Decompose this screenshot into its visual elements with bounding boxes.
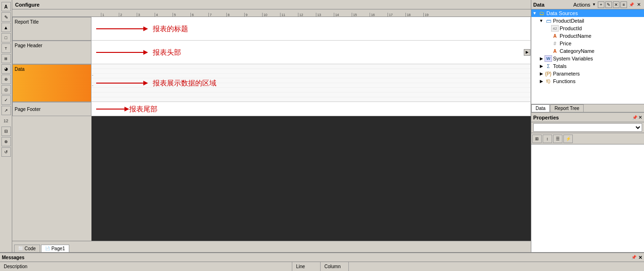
left-toolbar-btn-triangle[interactable]: ▲ [1,23,11,32]
actions-label: Actions [573,2,590,8]
tree-item-categoryname[interactable]: A CategoryName [531,47,644,55]
report-canvas: 报表的标题 报表头部 ▶ [91,17,531,241]
status-description: Description [0,262,292,271]
data-annotation [96,81,148,85]
code-tab-icon: ⬜ [18,246,23,251]
prop-btn-list[interactable]: ☰ [553,135,562,143]
code-tab-label: Code [25,246,36,251]
tab-code[interactable]: ⬜ Code [14,245,40,252]
totals-icon: Σ [545,63,552,69]
prop-btn-grid[interactable]: ⊞ [532,135,542,143]
properties-pin-icon[interactable]: 📌 [632,115,637,120]
pin-icon[interactable]: 📌 [628,1,635,8]
messages-close-btn[interactable]: ✕ [638,255,642,260]
left-toolbar-btn-A[interactable]: A [1,2,11,11]
section-label-footer[interactable]: Page Footer [12,102,91,116]
categoryname-icon: A [551,48,559,54]
horizontal-ruler: 1 2 3 4 5 6 7 8 9 10 11 12 13 [12,9,531,17]
panel-tabs: Data Report Tree [531,104,644,112]
column-label: Column [324,264,340,269]
actions-edit-btn[interactable]: ✎ [605,1,612,8]
properties-close-btn[interactable]: ✕ [638,115,642,120]
header-section: 报表头部 ▶ [91,41,530,64]
section-label-title[interactable]: Report Title [12,17,91,41]
tree-item-productid[interactable]: 42 ProductId [531,25,644,32]
tree-item-totals[interactable]: ▶ Σ Totals [531,62,644,70]
footer-annotation-text: 报表尾部 [129,104,157,113]
close-panel-btn[interactable]: ✕ [636,1,642,8]
tree-item-productdetail[interactable]: ▼ 🗃 ProductDetail [531,17,644,25]
left-toolbar-btn-undo[interactable]: ↺ [1,147,11,157]
price-icon: # [551,40,559,47]
footer-section: 报表尾部 [91,102,530,116]
tree-item-parameters[interactable]: ▶ {P} Parameters [531,70,644,77]
tab-page1[interactable]: 📄 Page1 [41,245,69,252]
left-toolbar-btn-plugin[interactable]: ⊕ [1,75,11,84]
section-labels-column: Report Title Page Header Data Page Foote… [12,17,91,241]
bottom-tabbar: ⬜ Code 📄 Page1 [12,241,531,252]
left-toolbar-btn-square[interactable]: □ [1,33,11,42]
header-annotation [96,50,148,55]
tab-data-label: Data [536,106,545,111]
productname-icon: A [551,33,559,39]
productdetail-label: ProductDetail [553,18,584,24]
left-toolbar-btn-check[interactable]: ✓ [1,95,11,105]
functions-icon: f() [545,78,552,85]
left-toolbar-btn-globe[interactable]: ⊗ [1,137,11,146]
description-label: Description [4,264,27,269]
prop-btn-lightning[interactable]: ⚡ [563,135,573,143]
tree-item-datasources[interactable]: ▼ 🗂 Data Sources [531,9,644,17]
parameters-icon: {P} [545,70,552,77]
tree-item-price[interactable]: # Price [531,40,644,47]
report-page: 报表的标题 报表头部 ▶ [91,17,531,116]
tab-data[interactable]: Data [531,104,550,112]
systemvars-label: System Variables [553,56,593,61]
section-label-header[interactable]: Page Header [12,41,91,64]
tree-item-productname[interactable]: A ProductName [531,32,644,40]
actions-dropdown-icon[interactable]: ▼ [591,2,597,7]
left-toolbar-btn-pie[interactable]: ◕ [1,64,11,74]
properties-content [531,144,644,252]
tree-item-functions[interactable]: ▶ f() Functions [531,77,644,85]
title-section: 报表的标题 [91,17,530,41]
left-toolbar-btn-grid[interactable]: ⊞ [1,54,11,63]
messages-pin-icon[interactable]: 📌 [631,255,636,260]
left-toolbar-btn-arrow[interactable]: ↗ [1,106,11,115]
actions-delete-btn[interactable]: ✕ [613,1,619,8]
configure-label: Configure [15,2,40,8]
datasources-icon: 🗂 [538,10,545,17]
properties-dropdown[interactable] [533,123,642,132]
properties-title: Properties [533,115,559,120]
data-panel-title: Data [533,2,545,8]
prop-btn-sort[interactable]: ↕ [543,135,552,143]
data-section: - - 报表展示数据的区域 [91,64,530,102]
tree-item-systemvars[interactable]: ▶ W System Variables [531,55,644,62]
functions-label: Functions [553,78,576,84]
section-label-data[interactable]: Data [12,64,91,102]
properties-panel-header: Properties 📌 ✕ [531,113,644,122]
actions-more-btn[interactable]: ≡ [620,1,627,8]
title-annotation [96,26,148,31]
left-toolbar-btn-pencil[interactable]: ✎ [1,12,11,22]
status-column: Column [321,262,349,271]
left-toolbar-btn-table[interactable]: ⊟ [1,127,11,136]
line-label: Line [296,264,305,269]
left-toolbar-btn-12: 12 [1,116,11,126]
left-toolbar-btn-text[interactable]: T [1,43,11,53]
dash-mark-2: - [92,83,93,88]
tab-report-tree-label: Report Tree [554,106,579,111]
productid-label: ProductId [560,25,582,31]
header-expand-btn[interactable]: ▶ [524,49,530,56]
data-panel-header: Data Actions ▼ + ✎ ✕ ≡ 📌 ✕ [531,0,644,9]
tab-report-tree[interactable]: Report Tree [550,104,584,112]
price-label: Price [560,41,571,46]
productname-label: ProductName [560,33,591,39]
productid-icon: 42 [551,25,559,32]
status-bar: Description Line Column [0,262,644,271]
dash-mark-1: - [92,73,93,77]
left-toolbar-btn-browse[interactable]: ◎ [1,85,11,94]
properties-panel: Properties 📌 ✕ ⊞ ↕ ☰ ⚡ [531,112,644,252]
data-tree: ▼ 🗂 Data Sources ▼ 🗃 ProductDetail 42 Pr… [531,9,644,104]
properties-toolbar: ⊞ ↕ ☰ ⚡ [531,133,644,144]
actions-add-btn[interactable]: + [598,1,604,8]
